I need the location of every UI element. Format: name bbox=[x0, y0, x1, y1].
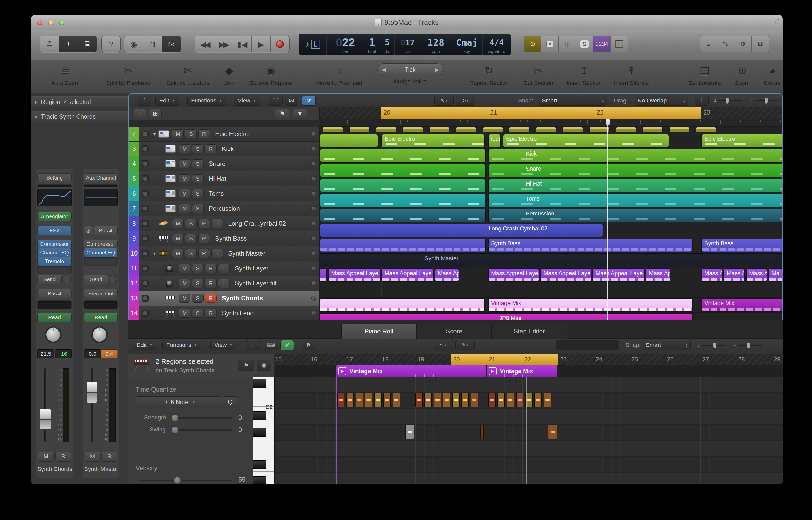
quantize-apply-button[interactable]: Q bbox=[223, 396, 238, 408]
pr-horizontal-zoom-slider[interactable]: ⇔ bbox=[732, 342, 762, 348]
strip-send-slot[interactable]: Send bbox=[37, 275, 61, 284]
track-solo-button[interactable]: S bbox=[185, 219, 197, 228]
midi-note[interactable] bbox=[365, 393, 372, 407]
loop-segment[interactable] bbox=[349, 127, 370, 132]
track-header-synth-layer[interactable]: 11MSRISynth Layer bbox=[129, 261, 320, 276]
track-mute-button[interactable]: M bbox=[179, 294, 190, 303]
pr-view-menu[interactable]: View▼ bbox=[210, 340, 236, 350]
lcd-signature[interactable]: 4/4signature bbox=[483, 34, 510, 55]
catch-flag-button[interactable]: ⚑ bbox=[275, 109, 289, 119]
pr-cycle-range[interactable] bbox=[451, 354, 558, 365]
region-play-icon[interactable]: ▶ bbox=[338, 367, 346, 375]
midi-in-icon[interactable]: ⌨ bbox=[264, 340, 278, 350]
track-mute-button[interactable]: M bbox=[172, 234, 184, 243]
title-bar[interactable]: ♪ 9to5Mac - Tracks ⤢ bbox=[31, 15, 783, 30]
track-on-off-button[interactable] bbox=[142, 190, 148, 197]
region[interactable] bbox=[320, 209, 486, 222]
region-mass-appeal-laye[interactable]: Mass Appeal Laye bbox=[328, 268, 380, 282]
midi-capture-icon[interactable]: ✅︎ bbox=[280, 340, 294, 350]
track-on-off-button[interactable] bbox=[142, 175, 148, 182]
midi-note[interactable] bbox=[424, 393, 432, 407]
region-inspector-header[interactable]: ▶ Region: 2 selected bbox=[31, 97, 128, 107]
midi-note[interactable] bbox=[507, 393, 514, 407]
peak-value[interactable]: 0.4 bbox=[101, 349, 118, 358]
black-key[interactable] bbox=[253, 412, 267, 420]
region-vintage-mix[interactable]: Vintage Mix bbox=[488, 298, 693, 312]
pr-pencil-tool-menu[interactable]: ✎ ▼ bbox=[455, 340, 475, 350]
strip-slot-compressor[interactable]: Compressor bbox=[84, 239, 118, 249]
volume-value[interactable]: 0.0 bbox=[84, 349, 101, 358]
strip-slot-stereo-out[interactable]: Stereo Out bbox=[84, 289, 118, 298]
region-mass-appeal-laye[interactable]: Mass Appeal Laye bbox=[592, 268, 645, 282]
pan-knob[interactable] bbox=[91, 326, 108, 343]
pan-knob[interactable] bbox=[45, 326, 61, 343]
track-on-off-button[interactable] bbox=[142, 265, 148, 272]
region-epic-electro[interactable]: Epic Electro bbox=[503, 134, 669, 148]
strip-slot-empty[interactable] bbox=[84, 257, 118, 266]
tracks-functions-menu[interactable]: Functions▼ bbox=[187, 96, 226, 106]
track-solo-button[interactable]: S bbox=[185, 249, 197, 258]
smart-controls-button[interactable]: ◉ bbox=[124, 36, 143, 52]
track-header-synth-bass[interactable]: 9MSRSynth Bass bbox=[129, 231, 320, 246]
pr-pointer-tool-menu[interactable]: ↖ ▼ bbox=[433, 340, 453, 350]
region[interactable] bbox=[320, 298, 485, 312]
send-knob[interactable] bbox=[109, 275, 117, 283]
disclosure-down-icon[interactable]: ▼ bbox=[151, 132, 158, 136]
volume-value[interactable]: 21.5 bbox=[37, 349, 54, 358]
region-mass-ap[interactable]: Mass Ap bbox=[646, 268, 670, 282]
quantize-value-combo[interactable]: 1/16 Note▼ bbox=[136, 396, 222, 408]
note-pads-button[interactable]: ✎ bbox=[717, 36, 734, 52]
loop-segment[interactable] bbox=[696, 127, 716, 132]
tab-step-editor[interactable]: Step Editor bbox=[492, 324, 567, 339]
lcd-position-bar[interactable]: 022 bar bbox=[327, 34, 364, 55]
lcd-mode-icons[interactable]: ♪🄻 bbox=[299, 34, 327, 55]
strip-solo-button[interactable]: S bbox=[55, 451, 71, 462]
library-button[interactable]: ≞ bbox=[40, 36, 59, 52]
midi-note[interactable] bbox=[443, 393, 450, 407]
cycle-range[interactable] bbox=[382, 107, 701, 119]
strip-eq-thumbnail[interactable] bbox=[84, 189, 118, 206]
nudge-stepper[interactable]: ◀Tick▶ bbox=[377, 63, 443, 76]
strip-slot-tremolo[interactable]: Tremolo bbox=[37, 257, 72, 266]
track-solo-button[interactable]: S bbox=[192, 189, 203, 198]
strip-setting-button[interactable]: Aux Channel bbox=[84, 173, 118, 182]
region-long-crash-cymbal-02[interactable]: Long Crash Cymbal 02 bbox=[320, 224, 603, 237]
automation-icon[interactable]: ⌒ bbox=[269, 96, 283, 106]
track-record-button[interactable]: R bbox=[198, 219, 210, 228]
track-on-off-button[interactable] bbox=[142, 205, 148, 212]
play-button[interactable]: ▶ bbox=[252, 36, 271, 52]
toolbar-button[interactable]: ⌸ bbox=[78, 36, 97, 52]
tab-piano-roll[interactable]: Piano Roll bbox=[341, 324, 417, 339]
track-solo-button[interactable]: S bbox=[192, 145, 203, 153]
track-on-off-button[interactable] bbox=[142, 295, 148, 302]
track-header-synth-layer-filt-[interactable]: 12MSRISynth Layer filt. bbox=[129, 276, 320, 291]
pr-snap-combo[interactable]: Smart▲▼ bbox=[643, 340, 691, 350]
strip-format-button[interactable]: ◎ bbox=[84, 226, 92, 235]
region-toms[interactable]: Toms bbox=[488, 194, 783, 207]
track-solo-button[interactable]: S bbox=[192, 309, 203, 318]
midi-note[interactable] bbox=[337, 393, 345, 407]
strip-slot-empty[interactable] bbox=[37, 265, 72, 275]
add-track-button[interactable]: ＋ bbox=[134, 109, 146, 119]
black-key[interactable] bbox=[253, 476, 267, 484]
loop-segment[interactable] bbox=[509, 127, 529, 132]
lcd-tempo[interactable]: 128bpm bbox=[421, 34, 451, 55]
midi-note[interactable] bbox=[393, 393, 400, 407]
track-header-percussion[interactable]: 7MSPercussion bbox=[129, 201, 320, 216]
forward-button[interactable]: ▶▶ bbox=[214, 36, 233, 52]
region-snare[interactable]: Snare bbox=[488, 164, 783, 177]
region-vintage-mix[interactable]: Vintage Mix bbox=[701, 298, 783, 312]
region-epic-electro[interactable]: Epic Electro bbox=[701, 134, 783, 148]
track-solo-button[interactable]: S bbox=[185, 129, 197, 138]
loop-segment[interactable] bbox=[643, 127, 663, 132]
toolbar-item-zoom[interactable]: ⊕Zoom bbox=[735, 63, 750, 86]
region-synth-bass[interactable]: Synth Bass bbox=[488, 238, 693, 252]
piano-roll-grid[interactable] bbox=[275, 378, 783, 484]
bar-ruler[interactable]: 20212223 bbox=[320, 107, 783, 119]
track-input-button[interactable]: I bbox=[218, 264, 230, 273]
toolbar-item-move-to-playhead[interactable]: ♆Move to Playhead bbox=[316, 63, 362, 86]
region-mass-ap[interactable]: Mass Ap bbox=[746, 268, 767, 282]
track-header-long-cra-ymbal-02[interactable]: 8MSRILong Cra…ymbal 02 bbox=[129, 216, 320, 231]
volume-fader[interactable] bbox=[40, 409, 51, 430]
region-mass-ap[interactable]: Mass Ap bbox=[435, 268, 459, 282]
